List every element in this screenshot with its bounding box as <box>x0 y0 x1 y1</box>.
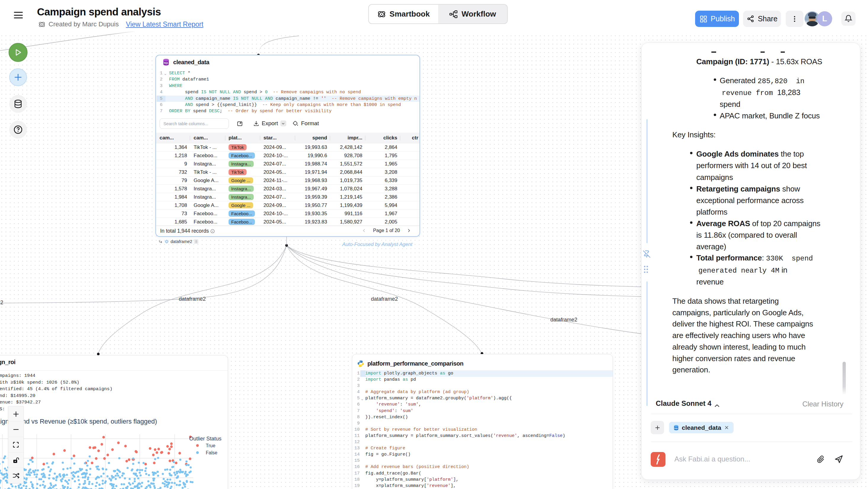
svg-text:SQL: SQL <box>164 62 168 64</box>
svg-text:True: True <box>206 443 215 448</box>
svg-text:False: False <box>206 450 217 455</box>
svg-text:Outlier Status: Outlier Status <box>189 436 221 441</box>
svg-text:SQL: SQL <box>674 427 678 429</box>
